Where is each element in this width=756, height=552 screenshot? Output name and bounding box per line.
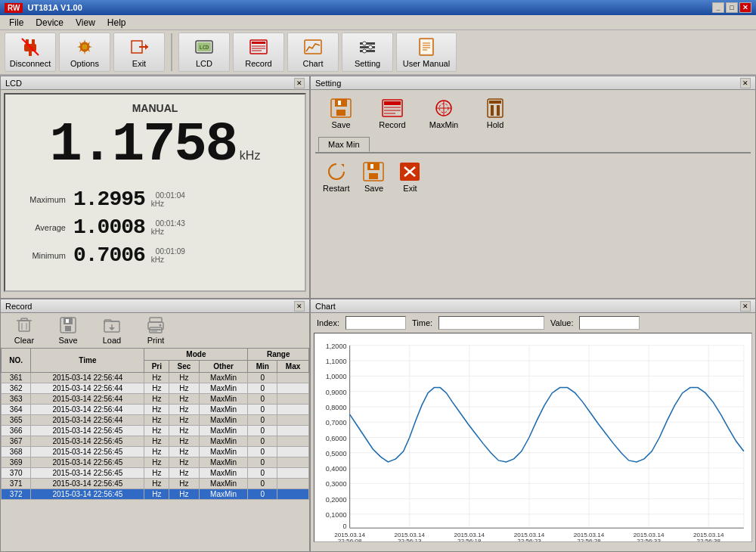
- table-row[interactable]: 372 2015-03-14 22:56:45 Hz Hz MaxMin 0: [2, 489, 309, 500]
- menu-file[interactable]: File: [3, 16, 29, 29]
- exit-button[interactable]: Exit: [113, 33, 165, 72]
- cell-other: MaxMin: [199, 383, 248, 394]
- col-pri: Pri: [144, 361, 169, 373]
- table-row[interactable]: 369 2015-03-14 22:56:45 Hz Hz MaxMin 0: [2, 457, 309, 468]
- setting-content: Save Record: [311, 90, 755, 205]
- record-close-button[interactable]: ✕: [294, 301, 305, 312]
- cell-time: 2015-03-14 22:56:45: [31, 479, 144, 489]
- lcd-label: LCD: [196, 59, 212, 68]
- maxmin-save-button[interactable]: Save: [361, 161, 386, 193]
- cell-no: 363: [2, 394, 31, 405]
- cell-no: 361: [2, 373, 31, 383]
- table-row[interactable]: 364 2015-03-14 22:56:44 Hz Hz MaxMin 0: [2, 405, 309, 415]
- cell-time: 2015-03-14 22:56:45: [31, 489, 144, 500]
- table-row[interactable]: 365 2015-03-14 22:56:44 Hz Hz MaxMin 0: [2, 415, 309, 426]
- menu-help[interactable]: Help: [101, 16, 132, 29]
- restore-button[interactable]: □: [726, 2, 738, 13]
- record-save-button[interactable]: Save: [49, 316, 87, 345]
- col-other: Other: [199, 361, 248, 373]
- lcd-rows: Maximum 1.2995 00:01:04 kHz Average 1.00…: [13, 183, 297, 271]
- setting-close-button[interactable]: ✕: [740, 78, 751, 88]
- record-print-button[interactable]: Print: [137, 316, 175, 345]
- cell-time: 2015-03-14 22:56:44: [31, 383, 144, 394]
- chart-close-button[interactable]: ✕: [740, 301, 751, 312]
- table-row[interactable]: 368 2015-03-14 22:56:45 Hz Hz MaxMin 0: [2, 447, 309, 457]
- exit-label: Exit: [132, 59, 146, 68]
- cell-sec: Hz: [169, 394, 199, 405]
- minimize-button[interactable]: _: [712, 2, 724, 13]
- print-icon: [145, 316, 166, 334]
- setting-maxmin-button[interactable]: MaxMin: [421, 98, 466, 129]
- svg-rect-47: [491, 105, 494, 116]
- plug-icon: [20, 36, 41, 57]
- maxmin-restart-button[interactable]: Restart: [323, 161, 349, 193]
- svg-text:0,8000: 0,8000: [326, 404, 347, 411]
- svg-rect-52: [369, 173, 378, 179]
- table-row[interactable]: 361 2015-03-14 22:56:44 Hz Hz MaxMin 0: [2, 373, 309, 383]
- lcd-close-button[interactable]: ✕: [294, 78, 305, 88]
- menu-view[interactable]: View: [70, 16, 101, 29]
- record-clear-button[interactable]: Clear: [5, 316, 43, 345]
- col-min: Min: [248, 361, 277, 373]
- chart-header: Index: Time: Value:: [311, 313, 755, 333]
- app-title: UT181A V1.00: [27, 3, 82, 12]
- cell-sec: Hz: [169, 415, 199, 426]
- setting-save-button[interactable]: Save: [318, 98, 364, 129]
- table-row[interactable]: 367 2015-03-14 22:56:45 Hz Hz MaxMin 0: [2, 436, 309, 447]
- cell-no: 366: [2, 426, 31, 436]
- svg-rect-57: [19, 321, 29, 331]
- cell-time: 2015-03-14 22:56:45: [31, 468, 144, 479]
- setting-record-button[interactable]: Record: [370, 98, 415, 129]
- table-row[interactable]: 370 2015-03-14 22:56:45 Hz Hz MaxMin 0: [2, 468, 309, 479]
- exit-icon: [129, 36, 150, 57]
- record-load-button[interactable]: Load: [93, 316, 131, 345]
- record-button[interactable]: Record: [233, 33, 284, 72]
- cell-other: MaxMin: [199, 405, 248, 415]
- options-button[interactable]: Options: [59, 33, 110, 72]
- record-load-label: Load: [103, 336, 121, 345]
- cell-no: 369: [2, 457, 31, 468]
- maxmin-icon: [432, 98, 456, 119]
- cell-min: 0: [248, 447, 277, 457]
- record-print-label: Print: [147, 336, 165, 345]
- setting-hold-button[interactable]: Hold: [472, 98, 518, 129]
- table-row[interactable]: 371 2015-03-14 22:56:45 Hz Hz MaxMin 0: [2, 479, 309, 489]
- time-input[interactable]: [438, 316, 544, 330]
- svg-text:0,4000: 0,4000: [326, 465, 347, 473]
- lcd-main-value: 1.1758: [50, 118, 237, 172]
- col-no: NO.: [2, 349, 31, 373]
- close-button[interactable]: ✕: [739, 2, 751, 13]
- value-input[interactable]: [579, 316, 640, 330]
- tab-maxmin[interactable]: Max Min: [318, 137, 370, 152]
- lcd-average-row: Average 1.0008 00:01:43 kHz: [13, 216, 297, 239]
- chart-button[interactable]: Chart: [287, 33, 339, 72]
- svg-rect-15: [252, 42, 265, 44]
- cell-min: 0: [248, 468, 277, 479]
- average-unit: kHz: [151, 228, 185, 236]
- user-manual-button[interactable]: User Manual: [396, 33, 457, 72]
- disconnect-button[interactable]: Disconnect: [5, 33, 56, 72]
- title-bar: RW UT181A V1.00 _ □ ✕: [0, 0, 756, 15]
- maximum-label: Maximum: [13, 195, 66, 204]
- average-label: Average: [13, 223, 66, 232]
- maxmin-save-label: Save: [364, 184, 383, 193]
- svg-text:22:56:18: 22:56:18: [457, 538, 482, 541]
- lcd-button[interactable]: LCD LCD: [178, 33, 230, 72]
- table-row[interactable]: 366 2015-03-14 22:56:45 Hz Hz MaxMin 0: [2, 426, 309, 436]
- chart-line: [350, 388, 744, 462]
- lcd-panel: LCD ✕ MANUAL 1.1758 kHz Maximum 1.2995 0…: [0, 76, 310, 299]
- cell-pri: Hz: [144, 373, 169, 383]
- table-row[interactable]: 362 2015-03-14 22:56:44 Hz Hz MaxMin 0: [2, 383, 309, 394]
- lcd-icon: LCD: [194, 36, 215, 57]
- minimum-unit: kHz: [151, 256, 185, 264]
- svg-rect-37: [384, 101, 401, 105]
- cell-no: 372: [2, 489, 31, 500]
- record-table-container[interactable]: NO. Time Mode Range Pri Sec Other Min Ma…: [1, 348, 309, 543]
- setting-button[interactable]: Setting: [342, 33, 393, 72]
- cell-time: 2015-03-14 22:56:44: [31, 373, 144, 383]
- table-row[interactable]: 363 2015-03-14 22:56:44 Hz Hz MaxMin 0: [2, 394, 309, 405]
- menu-device[interactable]: Device: [29, 16, 70, 29]
- index-input[interactable]: [345, 316, 406, 330]
- maxmin-exit-button[interactable]: Exit: [398, 161, 422, 193]
- chart-area: 1,2000 1,1000 1,0000 0,9000 0,8000 0,700…: [314, 333, 752, 542]
